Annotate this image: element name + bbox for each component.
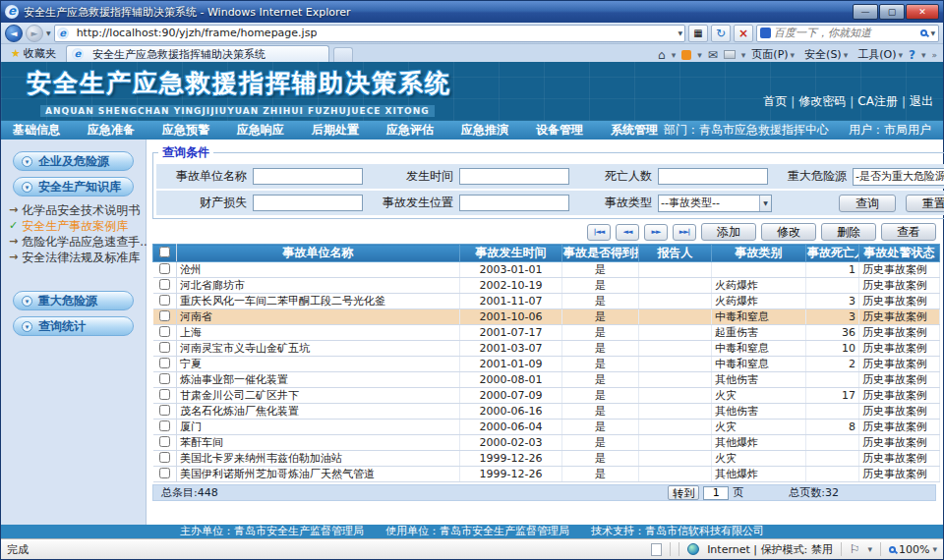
table-row[interactable]: 重庆长风化一车间二苯甲酮工段二号光化釜2001-11-07是火药爆炸3历史事故案… [153, 294, 940, 309]
row-checkbox[interactable] [159, 342, 170, 353]
nav-item-4[interactable]: 应急响应 [237, 122, 284, 139]
sidebar-group-4[interactable]: ▾查询统计 [13, 316, 134, 336]
feeds-icon[interactable] [681, 50, 691, 60]
page-menu[interactable]: 页面(P)▾ [751, 47, 795, 62]
page-number-input[interactable] [703, 486, 729, 500]
search-input[interactable] [774, 27, 917, 39]
search-options-icon[interactable]: ▼ [930, 29, 935, 36]
table-row[interactable]: 沧州2003-01-01是1历史事故案例 [153, 262, 940, 278]
table-row[interactable]: 厦门2000-06-04是火灾8历史事故案例 [153, 420, 940, 435]
table-row[interactable]: 美国北卡罗来纳州韦兹伯勒加油站1999-12-26是火灾历史事故案例 [153, 451, 940, 467]
address-field[interactable]: e http://localhost:90/yjzh/frame/homepag… [54, 25, 685, 42]
reset-button[interactable]: 重置 [906, 195, 944, 212]
new-tab-button[interactable] [333, 47, 353, 62]
sidebar-item-2-2[interactable]: ✓安全生产事故案例库 [9, 218, 146, 234]
print-dropdown-icon[interactable]: ▾ [741, 50, 746, 60]
help-dropdown-icon[interactable]: ▾ [921, 50, 926, 60]
favorites-button[interactable]: ★ 收藏夹 [5, 45, 62, 62]
print-icon[interactable] [724, 50, 736, 59]
table-row[interactable]: 苯酐车间2000-02-03是其他爆炸历史事故案例 [153, 435, 940, 451]
tab-active[interactable]: e 安全生产应急救援指挥辅助决策系统 [66, 45, 329, 62]
nav-item-5[interactable]: 后期处置 [312, 122, 359, 139]
table-row[interactable]: 茂名石化炼油厂焦化装置2000-06-16是其他伤害历史事故案例 [153, 404, 940, 420]
row-checkbox[interactable] [159, 263, 170, 274]
row-checkbox[interactable] [159, 389, 170, 400]
safety-menu[interactable]: 安全(S)▾ [804, 47, 848, 62]
query-select-1-4[interactable]: -是否为重大危险源-▼ [853, 168, 944, 186]
query-input-1-3[interactable] [658, 168, 768, 185]
query-select-2-3[interactable]: --事故类型--▼ [658, 195, 772, 212]
query-input-2-1[interactable] [253, 195, 363, 211]
nav-item-8[interactable]: 设备管理 [536, 122, 583, 139]
protected-mode-icon[interactable]: ⚐ [850, 542, 860, 556]
row-checkbox[interactable] [159, 279, 170, 290]
table-row[interactable]: 美国伊利诺斯州芝加哥炼油厂天然气管道1999-12-26是其他爆炸历史事故案例 [153, 467, 940, 482]
row-checkbox[interactable] [159, 452, 170, 463]
address-dropdown-icon[interactable]: ▼ [678, 29, 682, 36]
mail-icon[interactable]: ✉ [708, 48, 718, 62]
row-checkbox[interactable] [159, 358, 170, 368]
sidebar-group-2[interactable]: ▾安全生产知识库 [13, 177, 134, 196]
query-input-2-2[interactable] [459, 195, 569, 211]
sidebar-group-3[interactable]: ▾重大危险源 [13, 291, 134, 310]
back-button[interactable]: ◄ [5, 25, 23, 42]
home-dropdown-icon[interactable]: ▾ [672, 50, 677, 60]
minimize-button[interactable]: — [853, 4, 878, 20]
history-dropdown-icon[interactable]: ▼ [46, 29, 51, 36]
help-icon[interactable]: ? [909, 48, 915, 62]
row-checkbox[interactable] [159, 468, 170, 478]
protected-dropdown-icon[interactable]: ▾ [867, 544, 872, 554]
next-page-button[interactable]: ►► [644, 224, 668, 241]
row-checkbox[interactable] [159, 326, 170, 337]
first-page-button[interactable]: |◄◄ [587, 224, 611, 241]
feeds-dropdown-icon[interactable]: ▾ [697, 50, 702, 60]
table-row[interactable]: 甘肃金川公司二矿区井下2000-07-09是火灾17历史事故案例 [153, 388, 940, 404]
nav-item-2[interactable]: 应急准备 [88, 122, 135, 139]
table-row[interactable]: 宁夏2001-01-09是中毒和窒息2历史事故案例 [153, 357, 940, 372]
sidebar-group-1[interactable]: ▾企业及危险源 [13, 151, 134, 171]
row-checkbox[interactable] [159, 405, 170, 416]
prev-page-button[interactable]: ◄◄ [616, 224, 639, 241]
search-icon[interactable] [920, 29, 927, 36]
sidebar-item-2-1[interactable]: →化学品安全技术说明书 [9, 202, 146, 218]
close-button[interactable]: ✕ [906, 4, 939, 20]
select-all-checkbox[interactable] [159, 247, 170, 257]
sidebar-item-2-4[interactable]: →安全法律法规及标准库 [9, 250, 146, 265]
row-checkbox[interactable] [159, 420, 170, 431]
nav-item-3[interactable]: 应急预警 [162, 122, 209, 139]
table-row[interactable]: 河南省2001-10-06是中毒和窒息3历史事故案例 [153, 309, 940, 325]
forward-button[interactable]: ► [26, 25, 43, 42]
row-checkbox[interactable] [159, 436, 170, 447]
last-page-button[interactable]: ►►| [673, 224, 696, 241]
header-link-4[interactable]: 退出 [910, 93, 933, 110]
query-input-1-1[interactable] [253, 168, 363, 185]
row-checkbox[interactable] [159, 310, 170, 321]
row-checkbox[interactable] [159, 373, 170, 384]
table-row[interactable]: 炼油事业部一催化装置2000-08-01是其他伤害历史事故案例 [153, 372, 940, 388]
row-checkbox[interactable] [159, 295, 170, 306]
goto-page-button[interactable]: 转到 [668, 485, 699, 500]
nav-item-7[interactable]: 应急推演 [461, 122, 508, 139]
search-button[interactable]: 查询 [839, 195, 896, 212]
nav-item-1[interactable]: 基础信息 [13, 122, 60, 139]
header-link-3[interactable]: CA注册 [857, 93, 898, 110]
compatibility-view-button[interactable]: ▦ [688, 25, 708, 42]
query-input-1-2[interactable] [459, 168, 569, 185]
delete-button[interactable]: 删除 [821, 223, 876, 241]
maximize-button[interactable]: ▢ [879, 4, 905, 20]
view-button[interactable]: 查看 [881, 223, 936, 241]
add-button[interactable]: 添加 [701, 223, 756, 241]
tools-menu[interactable]: 工具(O)▾ [857, 47, 903, 62]
stop-button[interactable]: × [734, 25, 753, 42]
modify-button[interactable]: 修改 [761, 223, 816, 241]
overflow-chevron-icon[interactable]: » [931, 50, 937, 60]
nav-item-9[interactable]: 系统管理 [611, 122, 658, 139]
table-row[interactable]: 上海2001-07-17是起重伤害36历史事故案例 [153, 325, 940, 341]
sidebar-item-2-3[interactable]: →危险化学品应急速查手... [9, 234, 146, 250]
refresh-button[interactable]: ↻ [711, 25, 731, 42]
home-icon[interactable]: ⌂ [658, 48, 666, 62]
table-row[interactable]: 河北省廊坊市2002-10-19是火药爆炸历史事故案例 [153, 278, 940, 294]
table-row[interactable]: 河南灵宝市义寺山金矿五坑2001-03-07是中毒和窒息10历史事故案例 [153, 341, 940, 357]
nav-item-6[interactable]: 应急评估 [386, 122, 434, 139]
zoom-control[interactable]: 100% ▾ [889, 543, 937, 556]
